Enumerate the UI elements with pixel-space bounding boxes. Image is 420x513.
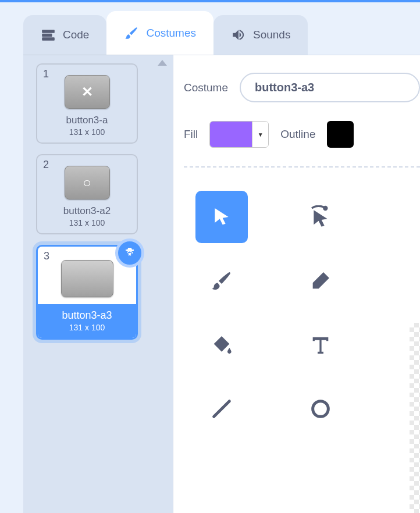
costume-name: button3-a	[37, 115, 137, 126]
costume-dimensions: 131 x 100	[37, 127, 137, 137]
costume-item-1[interactable]: 1 ✕ button3-a 131 x 100	[36, 63, 138, 144]
canvas-checker-edge	[410, 323, 420, 513]
code-icon	[41, 27, 56, 42]
fill-tool[interactable]	[195, 319, 248, 371]
reshape-icon	[309, 205, 332, 229]
tabs: Code Costumes Sounds	[23, 11, 420, 55]
costume-info-bar: button3-a3 131 x 100	[38, 304, 136, 338]
text-tool[interactable]	[294, 319, 347, 371]
cursor-icon	[210, 205, 233, 229]
costume-name: button3-a2	[37, 205, 137, 217]
divider	[184, 166, 420, 168]
reshape-tool[interactable]	[294, 191, 347, 243]
svg-point-4	[323, 206, 328, 211]
chevron-down-icon[interactable]: ▼	[252, 122, 268, 147]
paintbrush-icon	[124, 26, 139, 41]
costume-thumbnail: ✕	[65, 75, 110, 109]
costume-index: 3	[44, 250, 49, 262]
tab-code-label: Code	[63, 28, 89, 41]
brush-icon	[210, 269, 233, 293]
costume-editor: Costume Fill ▼ Outline	[173, 55, 420, 513]
costume-item-3[interactable]: 3 button3-a3 131 x 100	[36, 245, 138, 340]
costume-index: 1	[43, 68, 49, 80]
costume-item-2[interactable]: 2 ○ button3-a2 131 x 100	[36, 154, 138, 234]
costume-index: 2	[43, 159, 49, 171]
costume-thumbnail: ○	[65, 166, 110, 200]
svg-rect-0	[42, 30, 55, 33]
tab-sounds[interactable]: Sounds	[213, 15, 308, 55]
circle-icon	[309, 397, 332, 421]
brush-tool[interactable]	[195, 255, 248, 307]
costume-dimensions: 131 x 100	[38, 323, 136, 332]
costume-name: button3-a3	[38, 309, 136, 322]
costume-dimensions: 131 x 100	[37, 218, 137, 227]
select-tool[interactable]	[195, 191, 248, 243]
tab-sounds-label: Sounds	[253, 28, 290, 41]
costume-list: 1 ✕ button3-a 131 x 100 2 ○ button3-a2 1…	[23, 55, 173, 348]
tool-palette	[195, 191, 420, 435]
scroll-up-icon[interactable]	[158, 60, 167, 66]
costume-name-input[interactable]	[240, 73, 420, 102]
line-icon	[210, 397, 233, 421]
costume-name-row: Costume	[184, 73, 420, 102]
eraser-tool[interactable]	[294, 255, 347, 307]
delete-costume-button[interactable]	[115, 238, 144, 268]
main: 1 ✕ button3-a 131 x 100 2 ○ button3-a2 1…	[23, 55, 420, 513]
costume-thumbnail	[61, 260, 113, 297]
outline-label: Outline	[280, 128, 315, 141]
paint-bucket-icon	[210, 333, 233, 357]
line-tool[interactable]	[195, 383, 248, 435]
fill-swatch	[210, 122, 252, 147]
svg-point-5	[313, 401, 329, 417]
fill-outline-row: Fill ▼ Outline	[184, 121, 420, 148]
sound-icon	[231, 27, 246, 42]
costume-label: Costume	[184, 81, 228, 94]
trash-icon	[123, 246, 137, 260]
costume-sidebar: 1 ✕ button3-a 131 x 100 2 ○ button3-a2 1…	[23, 55, 173, 513]
fill-color-picker[interactable]: ▼	[209, 121, 269, 148]
outline-color-picker[interactable]	[327, 121, 354, 148]
tab-costumes-label: Costumes	[146, 27, 196, 40]
tab-code[interactable]: Code	[23, 15, 106, 55]
circle-tool[interactable]	[294, 383, 347, 435]
text-icon	[309, 333, 332, 357]
eraser-icon	[309, 269, 332, 293]
tab-costumes[interactable]: Costumes	[106, 11, 213, 55]
svg-rect-1	[42, 34, 52, 37]
svg-rect-2	[42, 37, 55, 40]
fill-label: Fill	[184, 128, 198, 141]
